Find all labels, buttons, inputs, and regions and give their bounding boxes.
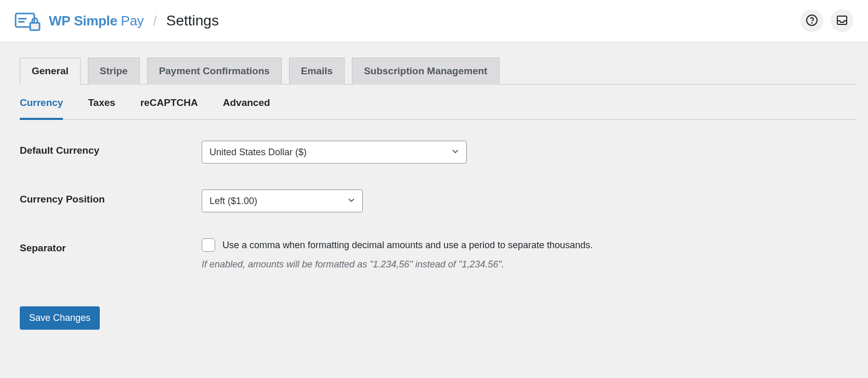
select-currency-position-value: Left ($1.00): [209, 196, 257, 207]
label-separator: Separator: [20, 238, 202, 254]
label-default-currency: Default Currency: [20, 141, 202, 156]
help-icon: [806, 14, 818, 28]
checkbox-separator[interactable]: [202, 238, 215, 252]
secondary-tabs: Currency Taxes reCAPTCHA Advanced: [20, 85, 857, 120]
tab-subscription-management[interactable]: Subscription Management: [352, 58, 499, 85]
tab-emails[interactable]: Emails: [289, 58, 345, 85]
page-title: Settings: [166, 12, 219, 29]
save-button[interactable]: Save Changes: [20, 306, 100, 330]
brand-name: WP Simple Pay: [49, 13, 144, 29]
row-separator: Separator Use a comma when formatting de…: [20, 238, 857, 270]
help-separator: If enabled, amounts will be formatted as…: [202, 259, 857, 270]
content-area: General Stripe Payment Confirmations Ema…: [0, 42, 868, 341]
row-currency-position: Currency Position Left ($1.00): [20, 190, 857, 212]
inbox-button[interactable]: [831, 9, 853, 32]
subtab-taxes[interactable]: Taxes: [88, 87, 115, 120]
svg-rect-3: [30, 23, 40, 30]
wpsimplepay-logo-icon: [15, 10, 42, 31]
header-actions: [800, 9, 853, 32]
subtab-currency[interactable]: Currency: [20, 87, 63, 120]
label-currency-position: Currency Position: [20, 190, 202, 205]
select-default-currency-value: United States Dollar ($): [209, 147, 307, 158]
svg-point-5: [812, 22, 812, 23]
tab-general[interactable]: General: [20, 58, 81, 85]
row-default-currency: Default Currency United States Dollar ($…: [20, 141, 857, 164]
inbox-icon: [836, 14, 848, 28]
form-area: Default Currency United States Dollar ($…: [20, 120, 857, 330]
tab-payment-confirmations[interactable]: Payment Confirmations: [147, 58, 282, 85]
breadcrumb-separator: /: [153, 13, 157, 29]
subtab-advanced[interactable]: Advanced: [223, 87, 270, 120]
primary-tabs: General Stripe Payment Confirmations Ema…: [20, 58, 857, 85]
checkbox-separator-label: Use a comma when formatting decimal amou…: [222, 240, 593, 251]
tab-stripe[interactable]: Stripe: [88, 58, 140, 85]
header: WP Simple Pay / Settings: [0, 0, 868, 42]
subtab-recaptcha[interactable]: reCAPTCHA: [140, 87, 198, 120]
logo: WP Simple Pay: [15, 10, 144, 31]
select-currency-position[interactable]: Left ($1.00): [202, 190, 363, 212]
select-default-currency[interactable]: United States Dollar ($): [202, 141, 467, 164]
help-button[interactable]: [800, 9, 823, 32]
